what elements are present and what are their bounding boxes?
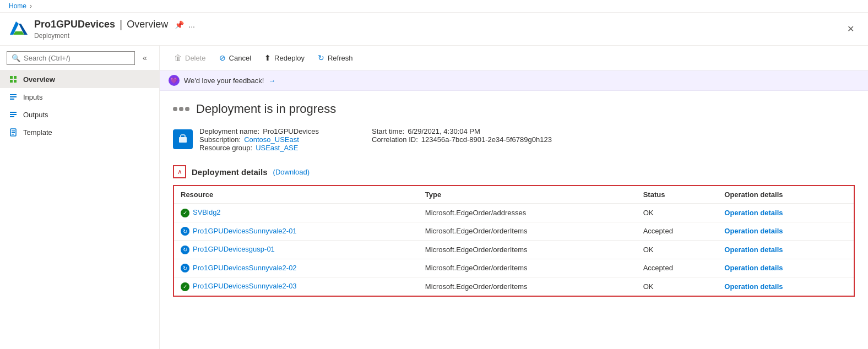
resource-cell: ↻Pro1GPUDevicesSunnyvale2-01 [173,222,419,241]
operation-details-link[interactable]: Operation details [724,282,783,291]
main-content: 🗑 Delete ⊘ Cancel ⬆ Redeploy ↻ Refresh 💜… [160,46,868,349]
type-cell: Microsoft.EdgeOrder/orderItems [419,241,637,259]
svg-rect-16 [12,134,14,135]
cancel-icon: ⊘ [219,53,226,62]
resource-link[interactable]: SVBldg2 [193,208,221,216]
svg-rect-9 [10,99,14,100]
status-progress-icon: ↻ [181,264,189,272]
sidebar-item-template[interactable]: Template [0,123,159,141]
svg-rect-8 [10,96,17,97]
resource-link[interactable]: Pro1GPUDevicesSunnyvale2-02 [193,264,297,272]
deployment-status-title: Deployment is in progress [196,102,336,116]
deployment-icon [173,129,193,149]
feedback-icon: 💜 [169,75,180,86]
app-name: Pro1GPUDevices [34,19,115,30]
details-header: ∧ Deployment details (Download) [173,165,855,178]
svg-rect-10 [10,112,17,113]
svg-rect-12 [10,116,14,117]
overview-label: Overview [23,75,55,84]
sidebar: 🔍 « Overview Inputs Outputs [0,46,160,349]
status-cell: Accepted [637,222,718,241]
svg-rect-3 [10,76,13,79]
col-resource: Resource [173,186,419,204]
status-dot-1 [173,107,177,111]
deployment-section: Deployment is in progress Deployment nam… [160,91,868,308]
sidebar-item-inputs[interactable]: Inputs [0,88,159,106]
type-cell: Microsoft.EdgeOrder/orderItems [419,277,637,296]
toolbar: 🗑 Delete ⊘ Cancel ⬆ Redeploy ↻ Refresh [160,46,868,70]
svg-rect-17 [179,137,187,143]
correlation-id-value: 123456a-7bcd-8901-2e34-5f6789g0h123 [421,135,552,144]
title-separator: | [120,18,122,31]
search-icon: 🔍 [12,54,20,62]
page-header: Pro1GPUDevices | Overview 📌 ... Deployme… [0,13,868,46]
operation-details-link[interactable]: Operation details [724,209,783,217]
resource-link[interactable]: Pro1GPUDevicesSunnyvale2-03 [193,282,297,290]
name-value: Pro1GPUDevices [263,127,319,135]
breadcrumb-home[interactable]: Home [9,2,26,10]
table-row: ↻Pro1GPUDevicesgusp-01 Microsoft.EdgeOrd… [173,241,854,259]
cancel-label: Cancel [229,54,251,62]
deployment-info: Deployment name: Pro1GPUDevices Subscrip… [173,127,855,152]
operation-details-link[interactable]: Operation details [724,246,783,254]
delete-button[interactable]: 🗑 Delete [169,50,211,66]
type-cell: Microsoft.EdgeOrder/addresses [419,204,637,222]
search-area: 🔍 « [0,46,159,70]
details-title: Deployment details [192,167,268,177]
overview-icon [9,75,18,84]
sidebar-item-outputs[interactable]: Outputs [0,106,159,123]
status-dot-3 [185,107,189,111]
feedback-banner: 💜 We'd love your feedback! → [160,70,868,91]
template-label: Template [23,128,52,137]
collapse-sidebar-button[interactable]: « [137,50,153,66]
redeploy-icon: ⬆ [264,53,271,62]
search-input[interactable] [24,54,130,62]
deployment-details: ∧ Deployment details (Download) Resource… [173,165,855,297]
cancel-button[interactable]: ⊘ Cancel [214,50,257,66]
resource-link[interactable]: Pro1GPUDevicesgusp-01 [193,245,275,253]
type-cell: Microsoft.EdgeOrder/orderItems [419,222,637,241]
search-box[interactable]: 🔍 [7,51,135,65]
svg-rect-15 [12,132,15,133]
operation-cell: Operation details [718,277,854,296]
refresh-label: Refresh [328,54,353,62]
page-title: Overview [127,19,168,30]
svg-rect-7 [10,94,17,95]
table-row: ↻Pro1GPUDevicesSunnyvale2-02 Microsoft.E… [173,259,854,277]
info-right: Start time: 6/29/2021, 4:30:04 PM Correl… [372,127,552,152]
feedback-text: We'd love your feedback! [184,77,264,85]
pin-icon[interactable]: 📌 [175,20,184,29]
status-cell: Accepted [637,259,718,277]
status-ok-icon: ✓ [181,282,189,291]
outputs-icon [9,110,18,119]
svg-marker-2 [13,31,24,35]
ellipsis-icon[interactable]: ... [188,20,195,29]
delete-label: Delete [185,54,206,62]
template-icon [9,128,18,137]
inputs-icon [9,92,18,101]
resource-cell: ✓Pro1GPUDevicesSunnyvale2-03 [173,277,419,296]
refresh-button[interactable]: ↻ Refresh [312,50,359,66]
operation-cell: Operation details [718,204,854,222]
collapse-arrow-button[interactable]: ∧ [173,165,186,178]
svg-rect-14 [12,130,15,132]
operation-details-link[interactable]: Operation details [724,264,783,272]
resource-link[interactable]: Pro1GPUDevicesSunnyvale2-01 [193,227,297,235]
sidebar-item-overview[interactable]: Overview [0,70,159,88]
status-ok-icon: ✓ [181,209,189,217]
resource-group-link[interactable]: USEast_ASE [256,144,298,152]
redeploy-button[interactable]: ⬆ Redeploy [259,50,310,66]
resource-group-label: Resource group: [199,144,252,152]
operation-cell: Operation details [718,222,854,241]
subscription-link[interactable]: Contoso_USEast [244,135,299,144]
close-button[interactable]: ✕ [842,20,859,38]
type-cell: Microsoft.EdgeOrder/orderItems [419,259,637,277]
inputs-label: Inputs [23,93,42,101]
operation-cell: Operation details [718,259,854,277]
feedback-link[interactable]: → [268,77,275,85]
resource-cell: ↻Pro1GPUDevicesSunnyvale2-02 [173,259,419,277]
download-link[interactable]: (Download) [273,168,310,176]
subscription-label: Subscription: [199,135,241,144]
name-label: Deployment name: [199,127,259,135]
operation-details-link[interactable]: Operation details [724,227,783,235]
